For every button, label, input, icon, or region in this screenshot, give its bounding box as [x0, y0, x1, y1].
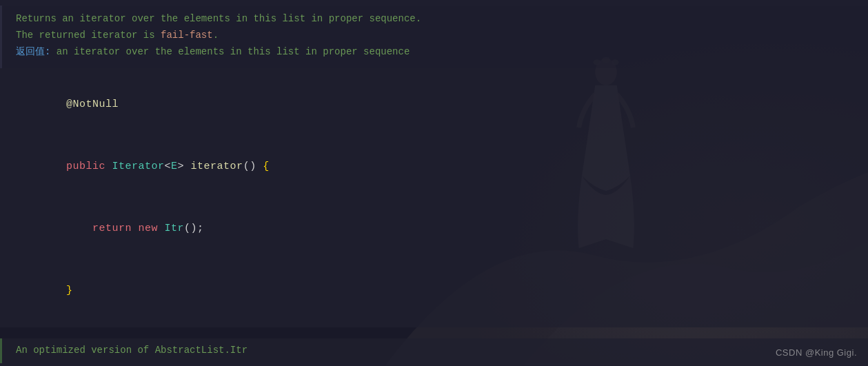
code-line-return: return new Itr();	[14, 198, 854, 260]
code-line-close-brace: }	[14, 260, 854, 322]
code-line-method-sig: public Iterator<E> iterator() {	[14, 136, 854, 198]
doc-failfast-link: fail-fast	[161, 30, 213, 41]
doc-comment-top: Returns an iterator over the elements in…	[0, 6, 868, 68]
keyword-public: public	[66, 161, 105, 172]
type-iterator: Iterator	[112, 161, 165, 172]
doc-line-3: 返回值: an iterator over the elements in th…	[16, 44, 854, 61]
watermark: CSDN @King Gigi.	[776, 347, 857, 358]
doc-line-2: The returned iterator is fail-fast.	[16, 28, 854, 44]
doc-line-1: Returns an iterator over the elements in…	[16, 11, 854, 28]
method-iterator: iterator	[191, 161, 243, 172]
type-itr: Itr	[165, 223, 185, 234]
doc-return-text: an iterator over the elements in this li…	[50, 46, 410, 57]
doc-return-label: 返回值:	[16, 46, 50, 57]
doc-line-2-text: The returned iterator is	[16, 30, 161, 41]
doc-optimized-text: An optimized version of AbstractList.Itr	[16, 343, 854, 359]
code-block-top: @NotNull public Iterator<E> iterator() {…	[0, 68, 868, 327]
code-panel: Returns an iterator over the elements in…	[0, 0, 868, 366]
doc-line-2-after: .	[213, 30, 219, 41]
doc-comment-middle: An optimized version of AbstractList.Itr	[0, 338, 868, 363]
code-line-annotation: @NotNull	[14, 74, 854, 136]
code-block-bottom: private class Itr implements Iterator<E>…	[0, 363, 868, 366]
block-separator	[0, 327, 868, 338]
keyword-new: new	[139, 223, 159, 234]
keyword-return: return	[92, 223, 132, 234]
code-editor: Returns an iterator over the elements in…	[0, 0, 868, 366]
close-brace: }	[66, 285, 73, 296]
annotation-notnull: @NotNull	[66, 99, 119, 110]
